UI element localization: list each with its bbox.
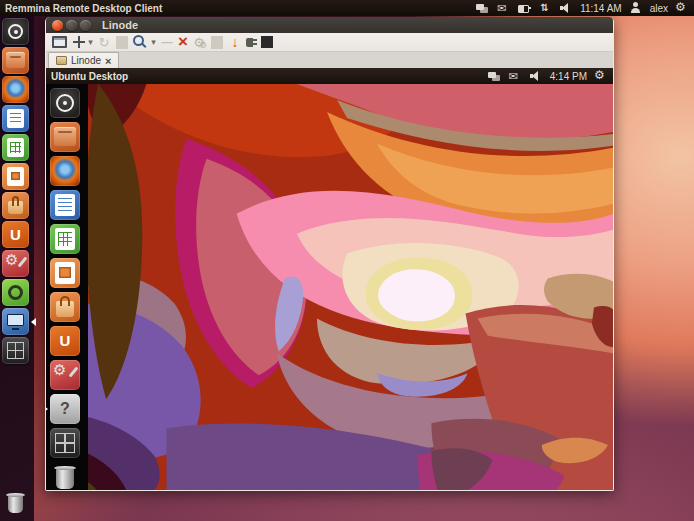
fit-window-button[interactable] bbox=[71, 34, 83, 50]
network-icon[interactable] bbox=[475, 2, 489, 14]
fullscreen-button[interactable] bbox=[52, 34, 67, 50]
remote-launcher-help[interactable] bbox=[50, 394, 80, 424]
remote-launcher-ubuntu-one[interactable] bbox=[50, 326, 80, 356]
host-top-panel: Remmina Remote Desktop Client 11:14 AM a… bbox=[0, 0, 694, 16]
launcher-workspace-switcher[interactable] bbox=[2, 337, 29, 364]
zoom-dropdown-caret[interactable] bbox=[150, 34, 157, 50]
focused-indicator bbox=[31, 318, 36, 326]
launcher-libreoffice-writer[interactable] bbox=[2, 105, 29, 132]
remote-volume-icon[interactable] bbox=[529, 70, 543, 82]
remote-desktop-viewport[interactable]: Ubuntu Desktop 4:14 PM bbox=[46, 68, 613, 490]
scaled-mode-button[interactable] bbox=[98, 34, 110, 50]
remote-launcher-libreoffice-writer[interactable] bbox=[50, 190, 80, 220]
wallpaper-art bbox=[46, 84, 613, 490]
remote-top-panel: Ubuntu Desktop 4:14 PM bbox=[46, 68, 613, 84]
close-button[interactable] bbox=[52, 20, 63, 31]
remote-launcher-trash[interactable] bbox=[50, 462, 80, 490]
remote-launcher-software-center[interactable] bbox=[50, 292, 80, 322]
mail-icon[interactable] bbox=[496, 2, 510, 14]
host-panel-title: Remmina Remote Desktop Client bbox=[5, 3, 162, 14]
remote-launcher-libreoffice-calc[interactable] bbox=[50, 224, 80, 254]
host-panel-indicators: 11:14 AM alex bbox=[475, 2, 694, 14]
host-username[interactable]: alex bbox=[650, 3, 668, 14]
fit-dropdown-caret[interactable] bbox=[87, 34, 94, 50]
minimize-tool-button[interactable] bbox=[161, 34, 173, 50]
remote-panel-indicators: 4:14 PM bbox=[487, 70, 613, 82]
remote-launcher-workspace-switcher[interactable] bbox=[50, 428, 80, 458]
launcher-ubuntu-one[interactable] bbox=[2, 221, 29, 248]
zoom-button[interactable] bbox=[134, 34, 146, 50]
volume-icon[interactable] bbox=[559, 2, 573, 14]
launcher-libreoffice-impress[interactable] bbox=[2, 163, 29, 190]
launcher-software-updater[interactable] bbox=[2, 279, 29, 306]
preferences-tools-button[interactable] bbox=[177, 34, 189, 50]
disconnect-plug-button[interactable] bbox=[245, 34, 257, 50]
remote-launcher-system-settings[interactable] bbox=[50, 360, 80, 390]
session-gear-icon[interactable] bbox=[675, 2, 689, 14]
host-clock[interactable]: 11:14 AM bbox=[580, 3, 622, 14]
remote-wallpaper bbox=[46, 84, 613, 490]
remote-launcher-dash-home[interactable] bbox=[50, 88, 80, 118]
remote-network-icon[interactable] bbox=[487, 70, 501, 82]
remote-launcher-firefox[interactable] bbox=[50, 156, 80, 186]
remmina-toolbar bbox=[46, 33, 613, 52]
launcher-system-settings[interactable] bbox=[2, 250, 29, 277]
remote-session-gear-icon[interactable] bbox=[594, 70, 608, 82]
settings-gears-button[interactable] bbox=[193, 34, 205, 50]
launcher-software-center[interactable] bbox=[2, 192, 29, 219]
battery-icon[interactable] bbox=[517, 2, 531, 14]
launcher-remmina[interactable] bbox=[2, 308, 29, 335]
connection-icon bbox=[56, 56, 67, 65]
minimize-button[interactable] bbox=[66, 20, 77, 31]
grab-keyboard-button[interactable] bbox=[229, 34, 241, 50]
tab-label: Linode bbox=[71, 55, 101, 66]
toolbar-separator bbox=[116, 36, 128, 49]
remote-panel-title: Ubuntu Desktop bbox=[51, 71, 128, 82]
remote-clock[interactable]: 4:14 PM bbox=[550, 71, 587, 82]
launcher-dash-home[interactable] bbox=[2, 18, 29, 45]
tab-linode[interactable]: Linode × bbox=[48, 52, 119, 68]
running-indicator bbox=[46, 405, 48, 413]
launcher-trash[interactable] bbox=[2, 489, 29, 516]
launcher-files[interactable] bbox=[2, 47, 29, 74]
window-title: Linode bbox=[102, 19, 138, 31]
remote-launcher-libreoffice-impress[interactable] bbox=[50, 258, 80, 288]
remmina-window: Linode Linode × Ubuntu Desktop 4:14 PM bbox=[45, 17, 614, 491]
user-icon[interactable] bbox=[629, 2, 643, 14]
sync-arrows-icon[interactable] bbox=[538, 2, 552, 14]
host-unity-launcher bbox=[0, 16, 34, 521]
launcher-firefox[interactable] bbox=[2, 76, 29, 103]
toolbar-separator bbox=[211, 36, 223, 49]
remote-mail-icon[interactable] bbox=[508, 70, 522, 82]
tab-bar: Linode × bbox=[46, 52, 613, 68]
launcher-libreoffice-calc[interactable] bbox=[2, 134, 29, 161]
remote-unity-launcher bbox=[46, 84, 88, 490]
toolbar-cursor bbox=[261, 36, 273, 48]
maximize-button[interactable] bbox=[80, 20, 91, 31]
tab-close-icon[interactable]: × bbox=[105, 56, 111, 66]
remote-launcher-files[interactable] bbox=[50, 122, 80, 152]
window-titlebar[interactable]: Linode bbox=[46, 17, 613, 33]
